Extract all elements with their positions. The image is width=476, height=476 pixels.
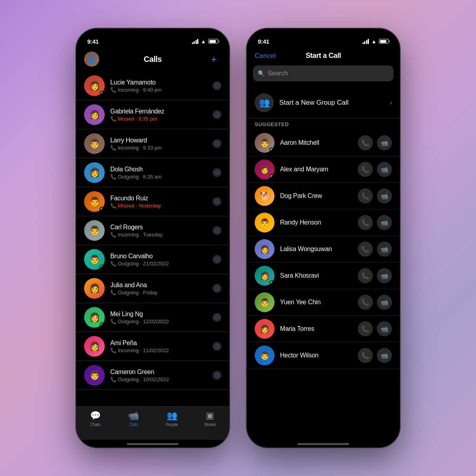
search-icon: 🔍 [258,70,265,77]
contact-item-sara[interactable]: 👩 Sara Khosravi 📞 📹 [247,263,400,289]
online-indicator [100,207,104,211]
audio-call-button[interactable]: 📞 [358,295,373,310]
call-info-button[interactable]: ⓘ [213,284,221,293]
tab-stories[interactable]: ▣ Stories [191,411,230,427]
call-item-larry[interactable]: 👨 Larry Howard 📞 Incoming · 9.33 pm ⓘ [76,129,229,158]
avatar-ami: 👩 [84,336,105,357]
contact-item-hector[interactable]: 👨 Hector Wilson 📞 📹 [247,342,400,369]
avatar-hector: 👨 [255,345,274,365]
signal-icon [192,39,199,44]
cancel-button[interactable]: Cancel [255,52,276,60]
tab-bar: 💬 Chats 📹 Calls 👥 People ▣ Stories [76,406,229,440]
contact-item-alexmaryam[interactable]: 👩 Alex and Maryam 📞 📹 [247,156,400,183]
tab-calls-label: Calls [129,422,138,427]
calls-title: Calls [144,55,161,64]
contact-name-maria: Maria Torres [280,325,352,332]
contact-item-aaron[interactable]: 👨 Aaron Mitchell 📞 📹 [247,130,400,156]
video-call-button[interactable]: 📹 [377,215,392,230]
call-info-button[interactable]: ⓘ [213,226,221,235]
call-info-lucie: Lucie Yamamoto 📞 Incoming · 9:40 pm [110,79,207,93]
signal-icon [363,39,369,44]
video-call-button[interactable]: 📹 [377,348,392,363]
status-icons-left: ▲ [192,38,218,44]
add-call-button[interactable]: + [206,52,221,67]
call-detail: 📞 Outgoing · Friday [110,290,207,296]
group-call-row[interactable]: 👥 Start a New Group Call › [247,88,400,118]
contact-actions-aaron: 📞 📹 [358,135,392,150]
call-name: Dola Ghosh [110,166,207,173]
contact-item-yuen[interactable]: 👨 Yuen Yee Chin 📞 📹 [247,289,400,316]
call-item-julia[interactable]: 👩 Julia and Ana 📞 Outgoing · Friday ⓘ [76,274,229,303]
call-item-lucie[interactable]: 👩 Lucie Yamamoto 📞 Incoming · 9:40 pm ⓘ [76,71,229,100]
video-call-button[interactable]: 📹 [377,321,392,336]
call-info-button[interactable]: ⓘ [213,342,221,351]
start-call-title: Start a Call [305,52,341,60]
chevron-right-icon: › [390,99,392,106]
audio-call-button[interactable]: 📞 [358,135,373,150]
contact-name-aaron: Aaron Mitchell [280,139,352,146]
call-item-carl[interactable]: 👨 Carl Rogers 📞 Incoming · Tuesday ⓘ [76,216,229,245]
call-item-facundo[interactable]: 👨 Facundo Ruiz 📞 Missed · Yesterday ⓘ [76,187,229,216]
home-indicator-right [298,443,349,445]
contact-name-lalisa: Lalisa Wongsuwan [280,246,352,253]
audio-call-button[interactable]: 📞 [358,188,373,203]
tab-calls[interactable]: 📹 Calls [115,411,153,427]
call-item-gabriela[interactable]: 👩 Gabriela Fernández 📞 Missed · 9:35 pm … [76,100,229,129]
video-call-button[interactable]: 📹 [377,295,392,310]
contact-item-randy[interactable]: 👨 Randy Henson 📞 📹 [247,209,400,236]
audio-call-button[interactable]: 📞 [358,321,373,336]
call-detail: 📞 Incoming · 9.33 pm [110,145,207,151]
call-info-button[interactable]: ⓘ [213,371,221,380]
tab-chats[interactable]: 💬 Chats [76,411,115,427]
group-call-icon: 👥 [255,93,274,112]
tab-people[interactable]: 👥 People [153,411,191,427]
call-info-julia: Julia and Ana 📞 Outgoing · Friday [110,282,207,296]
call-info-cameron: Cameron Green 📞 Outgoing · 10/02/2022 [110,369,207,382]
call-info-button[interactable]: ⓘ [213,255,221,264]
video-call-button[interactable]: 📹 [377,188,392,203]
avatar-alexmaryam: 👩 [255,159,274,179]
contact-item-dogpark[interactable]: 🐕 Dog Park Crew 📞 📹 [247,183,400,209]
contact-item-maria[interactable]: 👩 Maria Torres 📞 📹 [247,316,400,342]
call-name: Mei Ling Ng [110,311,207,318]
wifi-icon: ▲ [201,38,206,44]
audio-call-button[interactable]: 📞 [358,162,373,177]
call-info-button[interactable]: ⓘ [213,110,221,119]
contact-name-hector: Hector Wilson [280,352,352,359]
video-call-button[interactable]: 📹 [377,162,392,177]
calls-list: 👩 Lucie Yamamoto 📞 Incoming · 9:40 pm ⓘ … [76,71,229,406]
call-item-cameron[interactable]: 👨 Cameron Green 📞 Outgoing · 10/02/2022 … [76,361,229,390]
call-item-dola[interactable]: 👩 Dola Ghosh 📞 Outgoing · 8.35 am ⓘ [76,158,229,187]
audio-call-button[interactable]: 📞 [358,215,373,230]
video-call-button[interactable]: 📹 [377,268,392,283]
contact-actions-yuen: 📞 📹 [358,295,392,310]
call-detail: 📞 Incoming · Tuesday [110,232,207,238]
contact-name-yuen: Yuen Yee Chin [280,299,352,306]
avatar-facundo: 👨 [84,191,105,212]
audio-call-button[interactable]: 📞 [358,348,373,363]
audio-call-button[interactable]: 📞 [358,242,373,257]
call-info-button[interactable]: ⓘ [213,139,221,148]
contact-item-lalisa[interactable]: 👩 Lalisa Wongsuwan 📞 📹 [247,236,400,263]
call-detail: 📞 Outgoing · 10/02/2022 [110,376,207,382]
call-item-ami[interactable]: 👩 Ami Peña 📞 Incoming · 11/02/2022 ⓘ [76,332,229,361]
avatar-sara: 👩 [255,266,274,286]
status-icons-right: ▲ [363,38,389,44]
user-avatar[interactable]: 👤 [84,52,99,67]
call-info-button[interactable]: ⓘ [213,81,221,90]
call-item-meiling[interactable]: 👩 Mei Ling Ng 📞 Outgoing · 12/02/2022 ⓘ [76,303,229,332]
contact-actions-dogpark: 📞 📹 [358,188,392,203]
search-bar[interactable]: 🔍 Search [253,65,393,81]
call-info-button[interactable]: ⓘ [213,168,221,177]
call-info-button[interactable]: ⓘ [213,313,221,322]
call-detail: 📞 Outgoing · 21/02/2022 [110,261,207,267]
audio-call-button[interactable]: 📞 [358,268,373,283]
call-name: Julia and Ana [110,282,207,289]
call-item-bruno[interactable]: 👨 Bruno Carvalho 📞 Outgoing · 21/02/2022… [76,245,229,274]
video-call-button[interactable]: 📹 [377,135,392,150]
contact-actions-hector: 📞 📹 [358,348,392,363]
online-indicator [100,322,104,327]
video-call-button[interactable]: 📹 [377,242,392,257]
call-info-button[interactable]: ⓘ [213,197,221,206]
contact-list: 👨 Aaron Mitchell 📞 📹 👩 Alex and Maryam 📞 [247,130,400,440]
